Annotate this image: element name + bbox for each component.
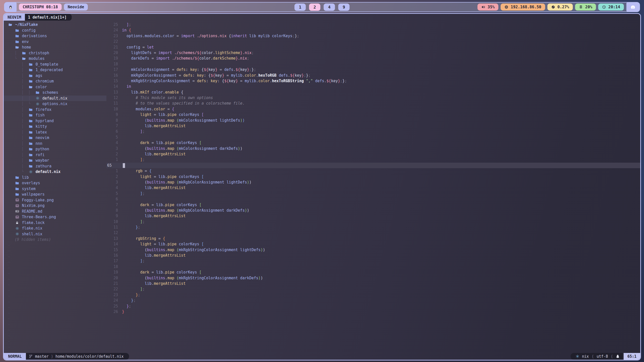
discord-tray-chip[interactable] [626, 3, 639, 12]
code-line: 11 }; [106, 224, 640, 230]
code-line: 19 darkDefs = import ./schemes/${color.d… [106, 56, 640, 61]
code-line-text: ]; [122, 129, 145, 134]
empty-buffer-line: ~ [4, 293, 106, 299]
code-line-text: ]; [122, 286, 145, 292]
indent-guide [8, 231, 15, 237]
relative-line-number: 10 [106, 106, 122, 112]
tree-item-label: options.nix [42, 101, 67, 107]
tree-item-nnn[interactable]: │ nnn [4, 141, 106, 147]
code-line-text: (builtins.map (mkRgbColorAssignment ligh… [122, 179, 252, 185]
indent-guide: │ [8, 112, 28, 118]
cpu-badge[interactable]: 0.27% [547, 4, 573, 11]
volume-badge[interactable]: 35% [477, 4, 498, 11]
relative-line-number: 16 [106, 73, 122, 78]
tree-item-label: neovim [35, 135, 49, 141]
relative-line-number: 3 [106, 146, 122, 151]
block-cursor [123, 163, 125, 168]
tree-item-0-template[interactable]: │ 0_template [4, 62, 106, 67]
indent-guide: │ [8, 50, 21, 56]
code-line: 10 ]; [106, 219, 640, 224]
tree-item-three-bears-png[interactable]: Three-Bears.png [4, 214, 106, 220]
tab-default-nix[interactable]: 1 default.nix[1+] [25, 14, 72, 21]
code-line: 7 dark = lib.pipe colorKeys [ [106, 202, 640, 208]
tree-item-overlays[interactable]: overlays [4, 180, 106, 186]
tree-item-label: schemes [42, 90, 58, 96]
folder-icon [28, 164, 33, 168]
tree-item-flake-nix[interactable]: flake.nix [4, 225, 106, 231]
storage-badge[interactable]: 20% [575, 4, 596, 11]
tree-item-options-nix[interactable]: │ └ options.nix [4, 101, 106, 107]
code-line: 23 }; [106, 292, 640, 298]
tree-item-kitty[interactable]: │ kitty [4, 124, 106, 129]
tree-item-python[interactable]: │ python [4, 146, 106, 152]
tree-item-hyprland[interactable]: │ hyprland [4, 118, 106, 124]
statusline-spacer [129, 353, 570, 360]
clock-badge[interactable]: 20:14 [598, 4, 624, 11]
tree-item-default-nix[interactable]: └ default.nix [4, 169, 106, 175]
tree-item-neovim[interactable]: │ neovim [4, 135, 106, 141]
image-icon [15, 215, 20, 219]
code-line: 21 config = let [106, 44, 640, 50]
tree-item-nixvim-png[interactable]: NixVim.png [4, 203, 106, 209]
tree-item-shell-nix[interactable]: shell.nix [4, 231, 106, 237]
code-line: 1 rgb = { [106, 168, 640, 174]
tree-item-flake-lock[interactable]: flake.lock [4, 220, 106, 226]
mode-indicator: NORMAL [4, 353, 26, 360]
tree-item--nixflake[interactable]: ~/NixFlake [4, 22, 106, 28]
folder-icon [28, 74, 33, 78]
tree-item-christoph[interactable]: │ christoph [4, 50, 106, 56]
code-line: 8 (builtins.map (mkRgbColorAssignment da… [106, 208, 640, 213]
tree-item-latex[interactable]: │ latex [4, 129, 106, 135]
tree-item-readme-md[interactable]: README.md [4, 209, 106, 214]
workspace-button-2[interactable]: 2 [309, 4, 320, 11]
tree-item-chromium[interactable]: │ chromium [4, 78, 106, 84]
code-line-text: (builtins.map (mkColorAssignment lightDe… [122, 118, 245, 123]
code-line-text: mkRgbColorAssignment = defs: key: {${key… [122, 73, 311, 78]
tabline: NEOVIM 1 default.nix[1+] [4, 14, 640, 21]
cursor-line: 65 [106, 163, 640, 168]
tree-item-schemes[interactable]: │ │ schemes [4, 90, 106, 96]
indent-guide: └ [8, 169, 28, 175]
tree-item-foggy-lake-png[interactable]: Foggy-Lake.png [4, 197, 106, 203]
waybar: CHRISTOPH 08:18 Neovide 1249 35%192.168.… [4, 2, 640, 12]
tree-item-firefox[interactable]: │ firefox [4, 107, 106, 113]
folder-icon [28, 68, 33, 72]
code-line: 25 }; [106, 303, 640, 309]
tree-item-default-nix[interactable]: │ │ default.nix [4, 96, 106, 101]
tree-item-label: lib [22, 175, 29, 180]
workspace-button-1[interactable]: 1 [295, 4, 306, 11]
folder-icon [28, 124, 33, 128]
tree-item-zathura[interactable]: │ zathura [4, 163, 106, 169]
tree-item-fish[interactable]: │ fish [4, 112, 106, 118]
os-linux-icon [616, 354, 620, 358]
code-line-text: (builtins.map (mkColorAssignment darkDef… [122, 146, 243, 151]
tree-item-waybar[interactable]: │ waybar [4, 158, 106, 163]
tree-item-wallpapers[interactable]: wallpapers [4, 192, 106, 197]
code-line-text: lib.mergeAttrsList [122, 253, 186, 258]
tree-item-home[interactable]: home [4, 44, 106, 50]
tree-item-config[interactable]: config [4, 28, 106, 33]
code-line: 24 }; [106, 298, 640, 303]
empty-buffer-line: ~ [4, 299, 106, 305]
tree-item-label: Three-Bears.png [22, 214, 56, 220]
workspace-button-4[interactable]: 4 [324, 4, 335, 11]
tree-item-modules[interactable]: └ modules [4, 56, 106, 62]
tree-item-1-deprecated[interactable]: │ 1_deprecated [4, 67, 106, 73]
indent-guide: │ [8, 73, 28, 79]
relative-line-number: 21 [106, 281, 122, 286]
code-buffer[interactable]: 25 ];24in {23 options.modules.color = im… [106, 21, 640, 353]
code-line: 22 ]; [106, 286, 640, 292]
code-line-text: }; [122, 303, 131, 309]
tree-item-color[interactable]: │ color [4, 84, 106, 90]
workspace-button-9[interactable]: 9 [338, 4, 350, 11]
code-line-text: }; [122, 298, 136, 303]
tree-item-env[interactable]: env [4, 39, 106, 45]
tree-item-ags[interactable]: │ ags [4, 73, 106, 79]
network-badge[interactable]: 192.168.86.50 [501, 4, 545, 11]
tree-item-system[interactable]: system [4, 186, 106, 192]
tree-item-derivations[interactable]: derivations [4, 33, 106, 39]
tree-item-label: firefox [35, 107, 51, 113]
code-line-text: rgb = { [122, 168, 151, 174]
tree-item-rofi[interactable]: │ rofi [4, 152, 106, 158]
tree-item-lib[interactable]: lib [4, 175, 106, 180]
